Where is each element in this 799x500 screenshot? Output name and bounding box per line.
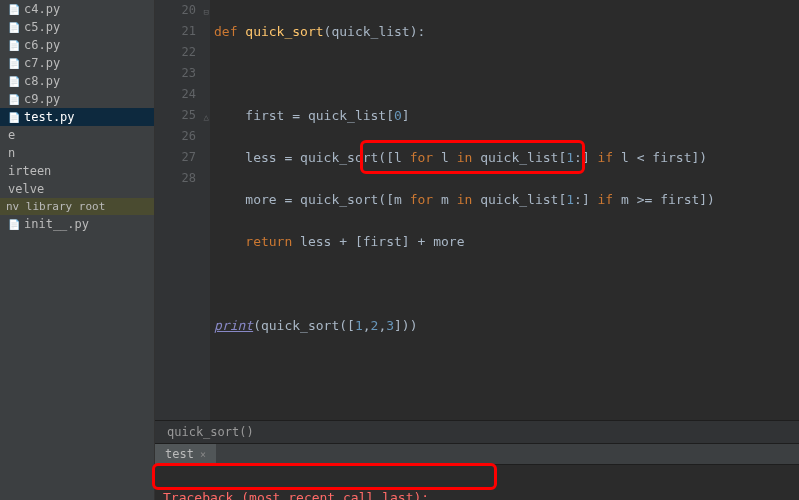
- file-item[interactable]: 📄c4.py: [0, 0, 154, 18]
- run-tab-bar: test ×: [155, 443, 799, 465]
- number: 1: [566, 192, 574, 207]
- code-text: quick_list[: [472, 192, 566, 207]
- file-label: c8.py: [24, 74, 60, 88]
- code-text: (quick_list):: [324, 24, 426, 39]
- traceback-header: Traceback (most recent call last):: [163, 490, 429, 500]
- keyword: for: [410, 150, 433, 165]
- breadcrumb[interactable]: quick_sort(): [155, 420, 799, 443]
- file-label: c7.py: [24, 56, 60, 70]
- lib-root-label: nv library root: [6, 200, 105, 213]
- code-text: m >= first]): [613, 192, 715, 207]
- file-label: c4.py: [24, 2, 60, 16]
- run-tab-label: test: [165, 447, 194, 461]
- file-label: c6.py: [24, 38, 60, 52]
- number: 1: [355, 318, 363, 333]
- file-label: init__.py: [24, 217, 89, 231]
- file-label: velve: [8, 182, 44, 196]
- file-item[interactable]: n: [0, 144, 154, 162]
- python-file-icon: 📄: [8, 22, 20, 33]
- fold-icon[interactable]: ⊟: [204, 2, 209, 23]
- function-name: quick_sort: [245, 24, 323, 39]
- code-text: less = quick_sort([l: [245, 150, 409, 165]
- python-file-icon: 📄: [8, 4, 20, 15]
- file-item[interactable]: 📄c6.py: [0, 36, 154, 54]
- file-item[interactable]: irteen: [0, 162, 154, 180]
- file-item[interactable]: 📄init__.py: [0, 215, 154, 233]
- code-text: ,: [363, 318, 371, 333]
- file-item[interactable]: 📄c7.py: [0, 54, 154, 72]
- file-item[interactable]: e: [0, 126, 154, 144]
- file-label: test.py: [24, 110, 75, 124]
- file-label: n: [8, 146, 15, 160]
- file-item[interactable]: 📄c9.py: [0, 90, 154, 108]
- file-label: c9.py: [24, 92, 60, 106]
- keyword: return: [245, 234, 292, 249]
- code-text: l: [433, 150, 456, 165]
- code-text: l < first]): [613, 150, 707, 165]
- code-text: first = quick_list[: [245, 108, 394, 123]
- python-file-icon: 📄: [8, 58, 20, 69]
- keyword: for: [410, 192, 433, 207]
- file-label: c5.py: [24, 20, 60, 34]
- keyword: in: [457, 150, 473, 165]
- code-text: ]: [402, 108, 410, 123]
- python-file-icon: 📄: [8, 219, 20, 230]
- code-text: m: [433, 192, 456, 207]
- number: 1: [566, 150, 574, 165]
- number: 3: [386, 318, 394, 333]
- python-file-icon: 📄: [8, 112, 20, 123]
- breadcrumb-text: quick_sort(): [167, 425, 254, 439]
- keyword: in: [457, 192, 473, 207]
- code-text: more = quick_sort([m: [245, 192, 409, 207]
- python-file-icon: 📄: [8, 94, 20, 105]
- builtin: print: [214, 318, 253, 333]
- code-content[interactable]: def quick_sort(quick_list): first = quic…: [210, 0, 799, 420]
- keyword: if: [598, 192, 614, 207]
- file-item[interactable]: velve: [0, 180, 154, 198]
- code-text: :]: [574, 192, 597, 207]
- console-output[interactable]: Traceback (most recent call last): File …: [155, 465, 799, 500]
- code-text: less + [first] + more: [292, 234, 464, 249]
- python-file-icon: 📄: [8, 40, 20, 51]
- code-editor[interactable]: 20⊟ 21 22 23 24 25△ 26 27 28 def quick_s…: [155, 0, 799, 420]
- line-gutter: 20⊟ 21 22 23 24 25△ 26 27 28: [155, 0, 210, 420]
- file-item-selected[interactable]: 📄test.py: [0, 108, 154, 126]
- python-file-icon: 📄: [8, 76, 20, 87]
- file-label: irteen: [8, 164, 51, 178]
- keyword: def: [214, 24, 237, 39]
- file-item[interactable]: 📄c8.py: [0, 72, 154, 90]
- code-text: quick_list[: [472, 150, 566, 165]
- file-label: e: [8, 128, 15, 142]
- code-text: (quick_sort([: [253, 318, 355, 333]
- main-area: 20⊟ 21 22 23 24 25△ 26 27 28 def quick_s…: [155, 0, 799, 500]
- number: 0: [394, 108, 402, 123]
- fold-end-icon[interactable]: △: [204, 107, 209, 128]
- file-item[interactable]: 📄c5.py: [0, 18, 154, 36]
- project-sidebar: 📄c4.py 📄c5.py 📄c6.py 📄c7.py 📄c8.py 📄c9.p…: [0, 0, 155, 500]
- keyword: if: [598, 150, 614, 165]
- code-text: ])): [394, 318, 417, 333]
- close-icon[interactable]: ×: [200, 449, 206, 460]
- library-root[interactable]: nv library root: [0, 198, 154, 215]
- run-tab[interactable]: test ×: [155, 444, 216, 464]
- code-text: :]: [574, 150, 597, 165]
